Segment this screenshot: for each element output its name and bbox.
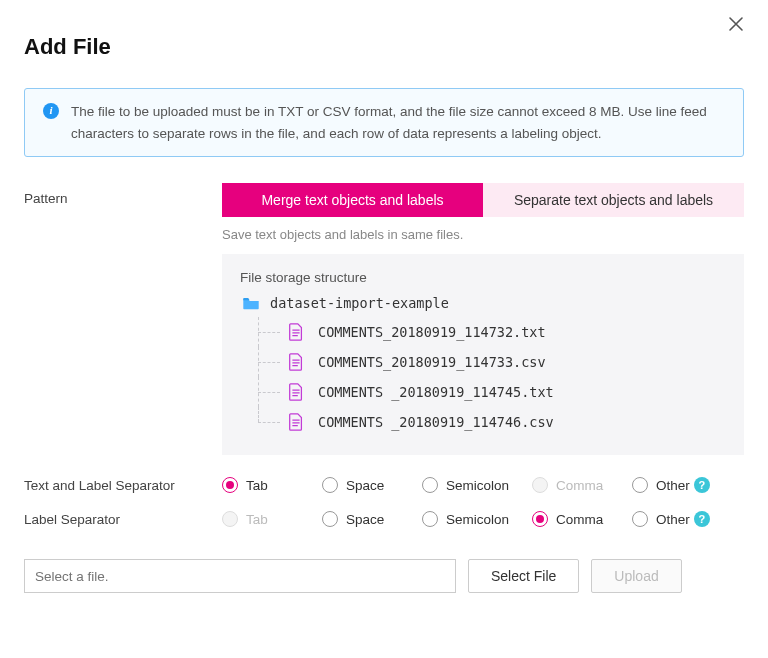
tab-merge[interactable]: Merge text objects and labels (222, 183, 483, 217)
radio-label: Comma (556, 478, 603, 493)
text-label-sep-radio-tab[interactable]: Tab (222, 477, 322, 493)
file-row: COMMENTS _20180919_114745.txt (262, 377, 726, 407)
radio-label: Tab (246, 478, 268, 493)
page-title: Add File (24, 34, 744, 60)
label-separator-label: Label Separator (24, 512, 222, 527)
file-row: COMMENTS _20180919_114746.csv (262, 407, 726, 437)
upload-button[interactable]: Upload (591, 559, 681, 593)
folder-name: dataset-import-example (270, 295, 449, 311)
radio-icon (322, 477, 338, 493)
radio-icon (532, 511, 548, 527)
label-sep-radio-other[interactable]: Other? (632, 511, 732, 527)
pattern-tabs: Merge text objects and labels Separate t… (222, 183, 744, 217)
label-sep-radio-space[interactable]: Space (322, 511, 422, 527)
radio-label: Other (656, 512, 690, 527)
label-sep-radio-tab: Tab (222, 511, 322, 527)
file-structure-box: File storage structure dataset-import-ex… (222, 254, 744, 455)
file-icon (288, 323, 304, 341)
file-path-input[interactable] (24, 559, 456, 593)
label-sep-radio-semicolon[interactable]: Semicolon (422, 511, 532, 527)
radio-label: Other (656, 478, 690, 493)
radio-label: Semicolon (446, 512, 509, 527)
text-label-sep-radio-comma: Comma (532, 477, 632, 493)
info-text: The file to be uploaded must be in TXT o… (71, 104, 707, 141)
radio-icon (632, 477, 648, 493)
file-name: COMMENTS _20180919_114745.txt (318, 384, 554, 400)
help-icon[interactable]: ? (694, 511, 710, 527)
text-label-sep-radio-space[interactable]: Space (322, 477, 422, 493)
radio-icon (422, 477, 438, 493)
help-icon[interactable]: ? (694, 477, 710, 493)
folder-icon (242, 296, 260, 310)
file-icon (288, 353, 304, 371)
text-label-sep-radio-semicolon[interactable]: Semicolon (422, 477, 532, 493)
folder-row: dataset-import-example (242, 295, 726, 311)
tab-separate[interactable]: Separate text objects and labels (483, 183, 744, 217)
radio-icon (422, 511, 438, 527)
file-icon (288, 383, 304, 401)
pattern-label: Pattern (24, 183, 222, 206)
radio-label: Semicolon (446, 478, 509, 493)
file-name: COMMENTS _20180919_114746.csv (318, 414, 554, 430)
file-name: COMMENTS_20180919_114733.csv (318, 354, 546, 370)
select-file-button[interactable]: Select File (468, 559, 579, 593)
text-label-separator-label: Text and Label Separator (24, 478, 222, 493)
radio-label: Space (346, 478, 384, 493)
close-icon[interactable] (726, 14, 746, 34)
radio-icon (222, 511, 238, 527)
radio-icon (532, 477, 548, 493)
text-label-separator-row: Text and Label Separator TabSpaceSemicol… (24, 477, 744, 493)
label-separator-row: Label Separator TabSpaceSemicolonCommaOt… (24, 511, 744, 527)
file-row: COMMENTS_20180919_114732.txt (262, 317, 726, 347)
info-banner: i The file to be uploaded must be in TXT… (24, 88, 744, 157)
radio-label: Comma (556, 512, 603, 527)
file-icon (288, 413, 304, 431)
radio-label: Space (346, 512, 384, 527)
file-row: COMMENTS_20180919_114733.csv (262, 347, 726, 377)
info-icon: i (43, 103, 59, 119)
file-structure-title: File storage structure (240, 270, 726, 285)
radio-icon (632, 511, 648, 527)
radio-icon (222, 477, 238, 493)
file-name: COMMENTS_20180919_114732.txt (318, 324, 546, 340)
text-label-sep-radio-other[interactable]: Other? (632, 477, 732, 493)
label-sep-radio-comma[interactable]: Comma (532, 511, 632, 527)
pattern-note: Save text objects and labels in same fil… (222, 227, 744, 242)
radio-icon (322, 511, 338, 527)
radio-label: Tab (246, 512, 268, 527)
